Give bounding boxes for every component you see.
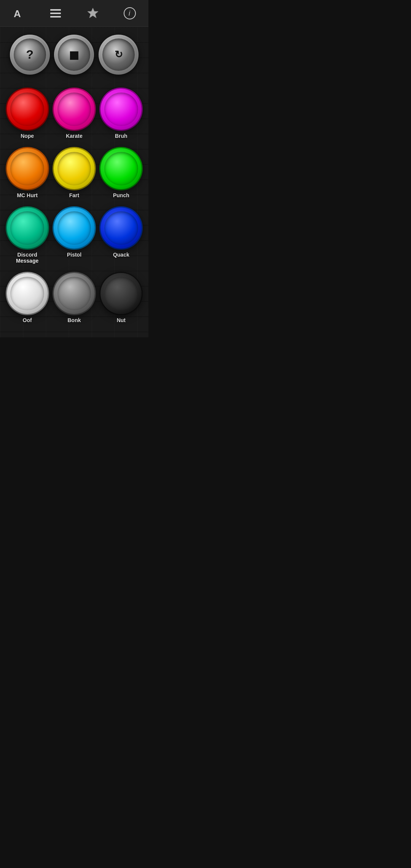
bruh-button[interactable] (100, 89, 142, 130)
stop-icon: ◼ (69, 48, 79, 62)
pistol-button[interactable] (54, 207, 95, 249)
bonk-label: Bonk (67, 317, 81, 323)
repeat-button[interactable]: ↻ (99, 35, 139, 75)
oof-button-wrap[interactable]: Oof (4, 268, 51, 328)
svg-text:i: i (129, 10, 131, 17)
help-icon: ? (26, 48, 34, 62)
bonk-button[interactable] (54, 273, 95, 314)
fart-button-wrap[interactable]: Fart (51, 144, 97, 203)
punch-button-wrap[interactable]: Punch (98, 144, 145, 203)
fart-label: Fart (69, 192, 79, 198)
discord-message-button-wrap[interactable]: Discord Message (4, 203, 51, 268)
svg-rect-3 (50, 16, 61, 18)
quack-label: Quack (113, 252, 129, 258)
top-nav: A i (0, 0, 148, 27)
list-nav-icon[interactable] (46, 4, 65, 23)
discord-message-label: Discord Message (6, 252, 48, 264)
fart-button[interactable] (54, 148, 95, 189)
mc-hurt-button[interactable] (7, 148, 48, 189)
nope-label: Nope (21, 133, 34, 139)
nut-button[interactable] (100, 273, 142, 314)
info-nav-icon[interactable]: i (120, 4, 139, 23)
quack-button[interactable] (100, 207, 142, 249)
punch-button[interactable] (100, 148, 142, 189)
stop-button[interactable]: ◼ (54, 35, 94, 75)
mc-hurt-label: MC Hurt (17, 192, 37, 198)
control-row: ? ◼ ↻ (0, 31, 148, 82)
svg-marker-4 (88, 8, 98, 18)
bruh-label: Bruh (115, 133, 127, 139)
bruh-button-wrap[interactable]: Bruh (98, 84, 145, 144)
punch-label: Punch (113, 192, 129, 198)
pistol-button-wrap[interactable]: Pistol (51, 203, 97, 268)
svg-text:A: A (14, 8, 21, 19)
mc-hurt-button-wrap[interactable]: MC Hurt (4, 144, 51, 203)
oof-button[interactable] (7, 273, 48, 314)
bonk-button-wrap[interactable]: Bonk (51, 268, 97, 328)
nut-label: Nut (117, 317, 126, 323)
oof-label: Oof (23, 317, 32, 323)
font-nav-icon[interactable]: A (9, 4, 28, 23)
nope-button-wrap[interactable]: Nope (4, 84, 51, 144)
nope-button[interactable] (7, 89, 48, 130)
svg-rect-2 (50, 13, 61, 14)
star-nav-icon[interactable] (83, 4, 102, 23)
karate-button[interactable] (54, 89, 95, 130)
nut-button-wrap[interactable]: Nut (98, 268, 145, 328)
repeat-icon: ↻ (115, 49, 123, 61)
sound-buttons-grid: Nope Karate Bruh (0, 82, 148, 330)
help-button[interactable]: ? (10, 35, 50, 75)
discord-message-button[interactable] (7, 207, 48, 249)
svg-rect-1 (50, 9, 61, 11)
buttons-container: ? ◼ ↻ Nope Karate (0, 27, 148, 337)
quack-button-wrap[interactable]: Quack (98, 203, 145, 268)
pistol-label: Pistol (67, 252, 81, 258)
karate-label: Karate (66, 133, 83, 139)
karate-button-wrap[interactable]: Karate (51, 84, 97, 144)
